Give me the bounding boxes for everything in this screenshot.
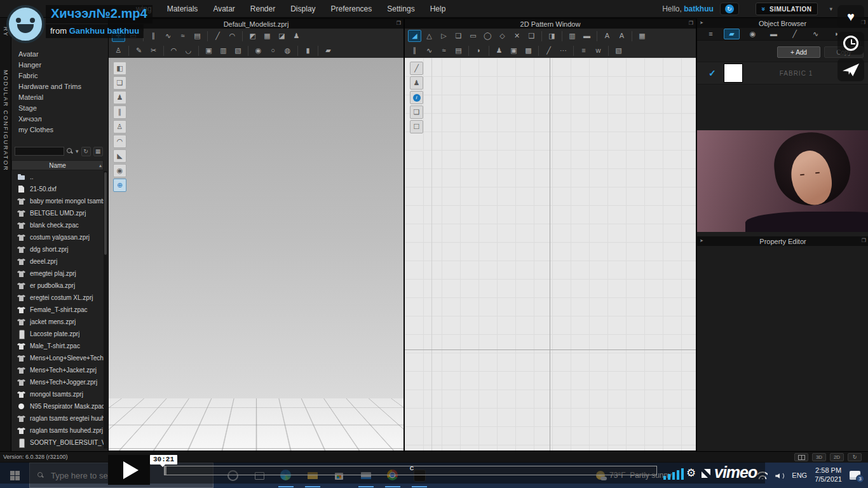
show-sewing-toggle[interactable]: ∥ [113, 105, 126, 119]
pin-tool[interactable]: ╱ [211, 30, 224, 42]
circle-tool[interactable]: ◯ [481, 30, 494, 42]
file-row[interactable]: blank check.zpac [11, 219, 104, 231]
tab-topstitch[interactable]: ▬ [766, 29, 782, 39]
uploader-avatar[interactable] [6, 5, 44, 43]
simulation-button[interactable]: » SIMULATION [756, 3, 818, 15]
file-row[interactable]: er pudbolka.zprj [11, 280, 104, 292]
language-indicator[interactable]: ENG [792, 471, 807, 479]
tab-button[interactable]: ◉ [745, 29, 761, 39]
dock-arrow-icon[interactable]: ➤ [700, 238, 703, 243]
split-view-button[interactable] [794, 453, 808, 461]
dock-arrow-icon[interactable]: ➤ [700, 20, 703, 25]
file-row[interactable]: Male_T-shirt.zpac [11, 340, 104, 352]
pleats-tool[interactable]: ◠ [167, 44, 180, 57]
topstitch-tool[interactable]: ╱ [542, 44, 555, 57]
view-3d-button[interactable]: 3D [812, 453, 826, 461]
shirring-tool[interactable]: w [592, 44, 605, 57]
tab-puckering[interactable]: ∿ [808, 29, 824, 39]
library-scrollbar[interactable] [104, 171, 107, 449]
fabric-color-tool[interactable]: ▣ [507, 44, 520, 57]
action-center-icon[interactable]: 3 [850, 471, 860, 480]
file-row[interactable]: emegtei plaj.zprj [11, 268, 104, 280]
lib-cat-stage[interactable]: Stage [11, 102, 108, 113]
buttonhole-tool[interactable]: ○ [266, 44, 280, 57]
name-column-header[interactable]: Name ▴ [11, 160, 104, 170]
volume-control[interactable] [663, 468, 684, 480]
fabric-swatch[interactable] [724, 64, 743, 83]
play-button[interactable] [108, 455, 150, 485]
pressure-map-tool[interactable]: ▥ [217, 44, 230, 57]
search-filter-caret-icon[interactable]: ▾ [76, 148, 79, 154]
strain-map-tool[interactable]: ▧ [231, 44, 245, 57]
menu-preferences[interactable]: Preferences [331, 4, 372, 13]
sewing-tool[interactable]: ∥ [147, 30, 160, 42]
edit-sewing-tool[interactable]: ≈ [176, 30, 189, 42]
popout-window-icon[interactable]: ❐ [397, 20, 401, 26]
video-title[interactable]: Хичээл№2.mp4 [51, 6, 147, 20]
zipper-tool[interactable]: ▮ [301, 44, 315, 57]
file-row[interactable]: 21-50.dxf [11, 183, 104, 195]
show-garment-fit-tool[interactable]: ♟ [492, 44, 506, 57]
flattening-tool[interactable]: ◡ [182, 44, 195, 57]
sewing-tool-2d[interactable]: ∥ [408, 44, 421, 57]
refresh-icon[interactable]: ↻ [81, 147, 91, 156]
share-button[interactable] [837, 58, 864, 81]
arrange-tool[interactable]: ◩ [246, 30, 259, 42]
modular-configurator-tab[interactable]: MODULAR CONFIGURATOR [3, 70, 9, 172]
grading-tool[interactable]: ▦ [635, 30, 649, 42]
rectangle-tool[interactable]: ▭ [466, 30, 480, 42]
lib-cat-hanger[interactable]: Hanger [11, 59, 108, 70]
lib-cat-material[interactable]: Material [11, 92, 108, 102]
clone-layer-tool[interactable]: ◨ [545, 30, 559, 42]
edit-topstitch-tool[interactable]: ⋯ [557, 44, 570, 57]
file-row[interactable]: N95 Respirator Mask.zpac [11, 400, 104, 412]
lib-cat-khicheel[interactable]: Хичээл [11, 113, 108, 124]
show-environment-globe-toggle[interactable]: ⊕ [113, 179, 126, 192]
cross-dart-tool[interactable]: ✕ [510, 30, 524, 42]
add-fabric-button[interactable]: + Add [777, 46, 820, 58]
file-parent-dir[interactable]: .. [11, 171, 104, 183]
edit-point-tool[interactable]: ▷ [437, 30, 451, 42]
file-row[interactable]: Mens+Tech+Jacket.zprj [11, 364, 104, 376]
lock-pattern-toggle[interactable]: ☐ [410, 120, 423, 133]
steam-iron-tool[interactable]: ◗ [472, 44, 485, 57]
sewing-machine-tool-2d[interactable]: ▤ [452, 44, 465, 57]
watch-later-button[interactable] [837, 32, 864, 55]
lib-cat-fabric[interactable]: Fabric [11, 70, 108, 81]
edit-pattern-tool[interactable]: △ [423, 30, 436, 42]
library-search-input[interactable] [15, 147, 64, 156]
lib-cat-avatar[interactable]: Avatar [11, 48, 108, 59]
popout-window-icon[interactable]: ❐ [689, 20, 693, 26]
trace-tool[interactable]: ▥ [566, 30, 579, 42]
view-2d-button[interactable]: 2D [830, 453, 844, 461]
search-icon[interactable] [67, 148, 73, 154]
measure-tool[interactable]: ▬ [580, 30, 593, 42]
video-author-link[interactable]: Gankhuu batkhuu [69, 26, 140, 36]
transform-pattern-tool[interactable]: ◢ [408, 30, 421, 42]
free-sewing-tool[interactable]: ∿ [161, 30, 175, 42]
file-row[interactable]: baby mortei mongol tsamts.zp [11, 195, 104, 207]
menu-display[interactable]: Display [290, 4, 315, 13]
like-button[interactable]: ♥ [837, 5, 864, 28]
file-row[interactable]: mongol tsamts.zprj [11, 388, 104, 400]
pin-brush-tool[interactable]: ◠ [226, 30, 239, 42]
fullscreen-icon[interactable] [702, 469, 710, 478]
menu-avatar[interactable]: Avatar [213, 4, 234, 13]
file-row[interactable]: ddg short.zprj [11, 243, 104, 255]
fold-arrangement-tool[interactable]: ◪ [275, 30, 288, 42]
polygon-tool[interactable]: ❏ [452, 30, 465, 42]
viewport-3d[interactable] [109, 58, 403, 451]
view-grid-icon[interactable]: ▦ [93, 147, 103, 156]
fabric-tile-tool[interactable]: ▩ [522, 44, 535, 57]
pattern-outline-tool[interactable]: ❑ [525, 30, 538, 42]
file-row[interactable]: BELTGEL UMD.zprj [11, 207, 104, 219]
pen-tablet-tool[interactable]: ╱ [410, 62, 423, 75]
fit-check-tool[interactable]: ▣ [202, 44, 215, 57]
tab-stitch[interactable]: ╱ [787, 29, 803, 39]
pattern-text-tool[interactable]: A [615, 30, 628, 42]
fit-to-avatar-tool[interactable]: ♟ [290, 30, 303, 42]
file-row[interactable]: raglan tsamts huuhed.zprj [11, 424, 104, 437]
show-cloth-texture-toggle[interactable]: ◣ [113, 149, 126, 163]
show-info-toggle[interactable]: i [410, 91, 423, 104]
vimeo-logo[interactable]: vimeo [714, 463, 757, 482]
